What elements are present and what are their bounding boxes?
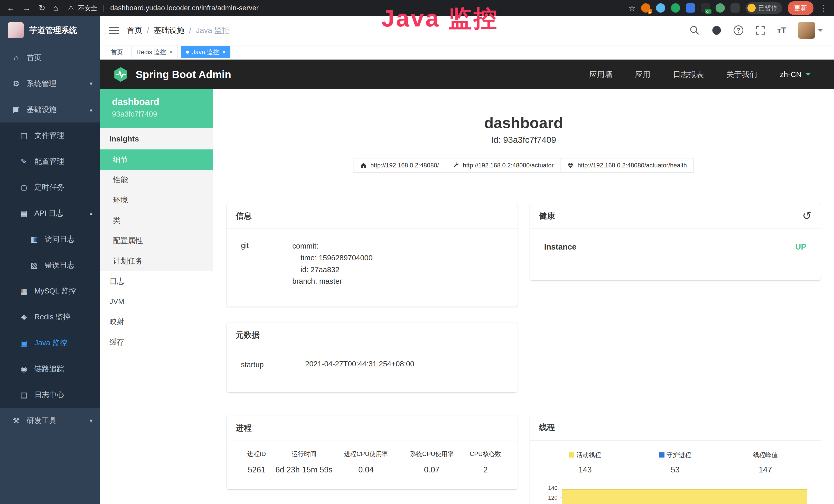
search-icon[interactable] [689, 25, 700, 36]
breadcrumb-infrastructure[interactable]: 基础设施 [154, 25, 184, 36]
security-warning-icon: ⚠ [68, 4, 74, 12]
sidebar-item-dev-tools[interactable]: ⚒ 研发工具 ▾ [0, 408, 100, 434]
sidebar-logo-row[interactable]: 芋道管理系统 [0, 16, 100, 45]
address-bar[interactable]: ⚠ 不安全 | dashboard.yudao.iocoder.cn/infra… [68, 4, 259, 12]
access-log-icon: ▥ [29, 235, 40, 244]
sba-nav-wall[interactable]: 应用墙 [589, 69, 612, 80]
left-column: 信息 git commit: time: 1596289704000 id: 2… [226, 203, 518, 489]
back-icon[interactable]: ← [7, 4, 15, 12]
cards-area: 信息 git commit: time: 1596289704000 id: 2… [213, 203, 834, 504]
forward-icon[interactable]: → [23, 4, 31, 12]
sidebar-item-api-logs[interactable]: ▤ API 日志 ▴ [0, 200, 100, 226]
chevron-down-icon: ▾ [90, 417, 92, 424]
user-menu[interactable] [798, 22, 823, 39]
process-card: 进程 进程ID 5261 运行时间 6d 23h 15m 59s [226, 415, 518, 489]
sba-item-caches[interactable]: 缓存 [100, 332, 213, 352]
sidebar-item-home[interactable]: ⌂ 首页 [0, 45, 100, 71]
sba-item-mappings[interactable]: 映射 [100, 312, 213, 332]
sba-item-config-props[interactable]: 配置属性 [100, 231, 213, 251]
extension-leaf-icon[interactable] [716, 3, 725, 13]
service-url-link[interactable]: http://192.168.0.2:48080/ [353, 158, 446, 173]
sidebar-collapse-icon[interactable] [109, 27, 119, 34]
info-key: git [241, 240, 292, 293]
sba-item-scheduled-tasks[interactable]: 计划任务 [100, 251, 213, 271]
bookmark-star-icon[interactable]: ☆ [629, 4, 635, 13]
legend-swatch-blue [659, 452, 664, 458]
chevron-down-icon: ▾ [90, 81, 92, 87]
font-size-icon[interactable]: тT [777, 26, 786, 35]
process-card-title: 进程 [226, 415, 518, 441]
close-icon[interactable]: × [169, 49, 173, 55]
tab-redis-monitor[interactable]: Redis 监控 × [132, 46, 177, 58]
sba-item-details[interactable]: 细节 [100, 150, 213, 170]
browser-menu-icon[interactable]: ⋮ [819, 3, 827, 13]
fullscreen-icon[interactable] [755, 25, 765, 36]
tab-java-monitor[interactable]: Java 监控 × [181, 46, 231, 58]
sba-content: dashboard Id: 93a3fc7f7409 http://192.16… [213, 89, 834, 504]
screen: ← → ↻ ⌂ ⚠ 不安全 | dashboard.yudao.iocoder.… [0, 0, 834, 504]
sidebar-item-mysql-monitor[interactable]: ▦ MySQL 监控 [0, 278, 100, 304]
health-url-link[interactable]: http://192.168.0.2:48080/actuator/health [560, 158, 694, 173]
info-row-git: git commit: time: 1596289704000 id: 27aa… [241, 240, 503, 293]
sba-nav-journal[interactable]: 日志报表 [673, 69, 704, 80]
info-card: 信息 git commit: time: 1596289704000 id: 2… [226, 203, 518, 306]
sba-item-metrics[interactable]: 性能 [100, 170, 213, 190]
sba-brand-title[interactable]: Spring Boot Admin [136, 69, 231, 81]
extension-badge-on: on [705, 9, 711, 14]
extension-grid-icon[interactable] [686, 3, 695, 13]
app-sidebar: 芋道管理系统 ⌂ 首页 ⚙ 系统管理 ▾ ▣ 基础设施 ▴ ◫ 文件管理 ✎ 配… [0, 16, 100, 504]
extension-switch-icon[interactable]: on [701, 3, 710, 13]
actuator-url-link[interactable]: http://192.168.0.2:48080/actuator [446, 158, 561, 173]
chevron-up-icon: ▴ [90, 210, 92, 217]
sidebar-item-file-mgmt[interactable]: ◫ 文件管理 [0, 122, 100, 148]
sidebar-item-system-mgmt[interactable]: ⚙ 系统管理 ▾ [0, 71, 100, 96]
breadcrumb-home[interactable]: 首页 [127, 25, 142, 36]
metadata-row-startup: startup 2021-04-27T00:44:31.254+08:00 [241, 360, 503, 375]
sba-nav-applications[interactable]: 应用 [635, 69, 650, 80]
instance-id: 93a3fc7f7409 [112, 110, 213, 118]
sba-item-jvm[interactable]: JVM [100, 292, 213, 312]
health-status-badge: UP [795, 243, 806, 252]
breadcrumb-separator: / [189, 26, 191, 35]
app-logo-image [8, 22, 24, 38]
extension-fox-icon[interactable]: 1 [641, 3, 650, 13]
process-col-pid: 进程ID 5261 [238, 450, 275, 475]
tab-home[interactable]: 首页 [106, 46, 128, 58]
chrome-update-button[interactable]: 更新 [788, 1, 813, 15]
close-icon[interactable]: × [222, 49, 225, 55]
extension-drop-icon[interactable] [656, 3, 665, 13]
legend-daemon-threads: 守护进程 53 [630, 451, 720, 475]
history-icon[interactable]: ↺ [803, 210, 811, 221]
github-icon[interactable] [711, 25, 722, 36]
sidebar-item-error-logs[interactable]: ▧ 错误日志 [0, 252, 100, 278]
chevron-down-icon [805, 73, 811, 78]
sba-item-logs[interactable]: 日志 [100, 271, 213, 292]
instance-header[interactable]: dashboard 93a3fc7f7409 [100, 89, 213, 129]
home-icon[interactable]: ⌂ [53, 4, 58, 12]
sba-locale-select[interactable]: zh-CN [780, 70, 811, 79]
extension-puzzle-icon[interactable] [730, 3, 740, 13]
url-text: dashboard.yudao.iocoder.cn/infra/admin-s… [110, 4, 259, 12]
spring-boot-admin-logo-icon[interactable] [112, 66, 129, 83]
sidebar-item-access-logs[interactable]: ▥ 访问日志 [0, 226, 100, 252]
sba-item-environment[interactable]: 环境 [100, 190, 213, 210]
sidebar-item-log-center[interactable]: ▤ 日志中心 [0, 382, 100, 408]
sidebar-item-java-monitor[interactable]: ▣ Java 监控 [0, 330, 100, 356]
extension-green-circle-icon[interactable] [671, 3, 680, 13]
extension-badge-count: 1 [648, 9, 652, 14]
profile-paused-badge[interactable]: 已暂停 [745, 2, 782, 14]
threads-area-series [562, 489, 808, 504]
reload-icon[interactable]: ↻ [39, 4, 45, 12]
sba-nav-about[interactable]: 关于我们 [726, 69, 757, 80]
sidebar-item-scheduled-jobs[interactable]: ◷ 定时任务 [0, 174, 100, 200]
sidebar-item-config-mgmt[interactable]: ✎ 配置管理 [0, 148, 100, 174]
help-icon[interactable]: ? [733, 25, 743, 35]
file-icon: ◫ [19, 131, 29, 140]
health-row-instance[interactable]: Instance UP [544, 243, 807, 260]
sidebar-item-tracing[interactable]: ◉ 链路追踪 [0, 356, 100, 382]
metadata-card: 元数据 startup 2021-04-27T00:44:31.254+08:0… [226, 322, 518, 392]
sba-item-classes[interactable]: 类 [100, 210, 213, 231]
sidebar-item-infrastructure[interactable]: ▣ 基础设施 ▴ [0, 96, 100, 122]
sidebar-item-redis-monitor[interactable]: ◈ Redis 监控 [0, 304, 100, 330]
threads-chart-plot [562, 483, 808, 504]
